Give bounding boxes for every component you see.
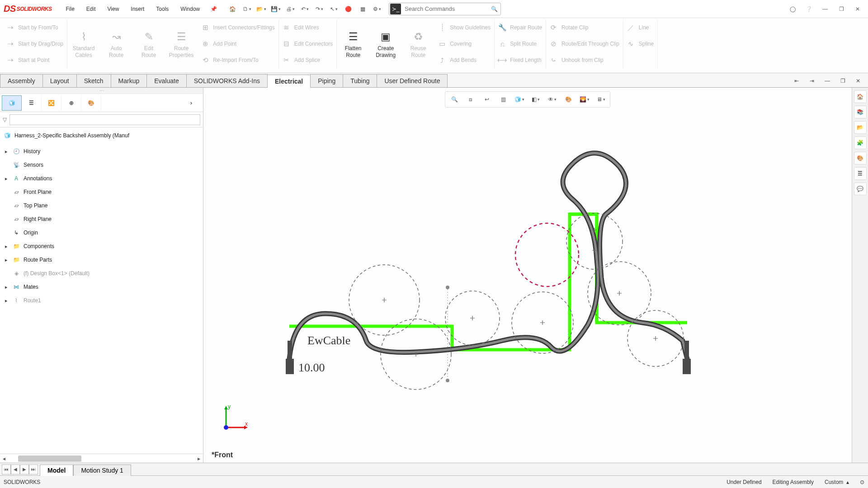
search-icon[interactable]: 🔍: [488, 3, 500, 15]
tree-origin[interactable]: ▸↳Origin: [2, 226, 203, 239]
menu-window[interactable]: Window: [175, 0, 206, 18]
undo-icon[interactable]: ↶: [298, 3, 311, 15]
tree-hscroll[interactable]: ◂ ▸: [0, 454, 203, 463]
tab-assembly[interactable]: Assembly: [0, 74, 43, 87]
menu-tools[interactable]: Tools: [150, 0, 175, 18]
tree-top-plane[interactable]: ▸▱Top Plane: [2, 199, 203, 212]
tab-evaluate[interactable]: Evaluate: [146, 74, 186, 87]
tree-components[interactable]: ▸📁Components: [2, 239, 203, 253]
rebuild-icon[interactable]: 🔴: [342, 3, 354, 15]
panel-tab-featuretree[interactable]: 🧊: [2, 95, 22, 111]
tree-route-parts[interactable]: ▸📁Route Parts: [2, 253, 203, 267]
status-units[interactable]: Custom ▴: [825, 479, 849, 485]
taskpane-customprops-icon[interactable]: ☰: [854, 167, 867, 180]
doc-tab-model[interactable]: Model: [40, 465, 73, 476]
panel-tab-configmgr[interactable]: 🔀: [42, 95, 61, 111]
tree-history[interactable]: ▸🕘History: [2, 145, 203, 158]
scroll-thumb[interactable]: [18, 455, 81, 462]
tree-filter-input[interactable]: [9, 114, 200, 125]
doc-nav-last[interactable]: ⏭: [29, 465, 38, 474]
taskpane-appearance-icon[interactable]: 🎨: [854, 152, 867, 164]
scroll-right-icon[interactable]: ▸: [195, 455, 203, 462]
doc-tab-motion[interactable]: Motion Study 1: [73, 465, 131, 476]
menu-edit[interactable]: Edit: [80, 0, 102, 18]
tab-markup[interactable]: Markup: [111, 74, 147, 87]
doc-nav-prev[interactable]: ◀: [11, 465, 20, 474]
rib-create-drawing[interactable]: ▣CreateDrawing: [369, 20, 402, 69]
panel-tab-propmgr[interactable]: ☰: [22, 95, 42, 111]
minimize-icon[interactable]: —: [818, 2, 832, 16]
rib-show-guidelines: ┊Show Guidelines: [435, 20, 493, 35]
tab-tubing[interactable]: Tubing: [343, 74, 377, 87]
tab-electrical[interactable]: Electrical: [267, 75, 311, 88]
tree-annotations[interactable]: ▸AAnnotations: [2, 172, 203, 185]
panel-tab-appearance[interactable]: 🎨: [81, 95, 101, 111]
tab-addins[interactable]: SOLIDWORKS Add-Ins: [186, 74, 268, 87]
new-doc-icon[interactable]: 🗋: [241, 3, 253, 15]
title-bar: DS SOLIDWORKS File Edit View Insert Tool…: [0, 0, 868, 18]
panel-collapse-right-icon[interactable]: ⇥: [806, 75, 818, 87]
annot-icon: A: [12, 174, 21, 183]
rib-flatten-route[interactable]: ☰FlattenRoute: [337, 20, 369, 69]
tab-layout[interactable]: Layout: [42, 74, 77, 87]
tab-piping[interactable]: Piping: [310, 74, 343, 87]
rib-edit-wires: ≋Edit Wires: [280, 20, 335, 35]
repair-icon: 🔧: [498, 23, 506, 32]
filter-icon[interactable]: ▽: [3, 117, 7, 123]
workarea: ⋯ 🧊 ☰ 🔀 ⊕ 🎨 › ▽ 🧊 Harness_2-Specific Bac…: [0, 88, 868, 463]
vp-restore-icon[interactable]: ❐: [836, 75, 849, 87]
vp-close-icon[interactable]: ✕: [852, 75, 864, 87]
restore-icon[interactable]: ❐: [835, 2, 848, 16]
rib-start-dragdrop: ⇢Start by Drag/Drop: [4, 36, 66, 52]
panel-tab-dimxpert[interactable]: ⊕: [61, 95, 81, 111]
panel-expand-icon[interactable]: ›: [181, 95, 201, 111]
home-icon[interactable]: 🏠: [226, 3, 239, 15]
panel-grip[interactable]: ⋯: [0, 88, 203, 94]
redo-icon[interactable]: ↷: [313, 3, 326, 15]
menu-insert[interactable]: Insert: [125, 0, 150, 18]
graphics-viewport[interactable]: 🔍 ⧈ ↩ ▥ 🧊 ◧ 👁 🎨 🌄 🖥: [203, 88, 852, 463]
print-icon[interactable]: 🖨: [284, 3, 297, 15]
taskpane-forum-icon[interactable]: 💬: [854, 183, 867, 195]
scroll-left-icon[interactable]: ◂: [0, 455, 8, 462]
open-doc-icon[interactable]: 📂: [255, 3, 268, 15]
tree-design-box[interactable]: ▸◈(f) Design Box<1> (Default): [2, 267, 203, 280]
taskpane-home-icon[interactable]: 🏠: [854, 90, 867, 103]
options-sheet-icon[interactable]: ▦: [356, 3, 369, 15]
search-input[interactable]: [402, 5, 488, 12]
cable-value: 10.00: [298, 361, 325, 375]
tree-mates[interactable]: ▸⋈Mates: [2, 280, 203, 294]
doc-nav-first[interactable]: ⏮: [2, 465, 11, 474]
menu-file[interactable]: File: [60, 0, 80, 18]
status-macro-icon[interactable]: ⊙: [860, 479, 864, 485]
rib-spline: ∿Spline: [624, 36, 656, 52]
flatten-icon: ☰: [346, 30, 360, 43]
tab-udr[interactable]: User Defined Route: [377, 74, 448, 87]
tree-route1[interactable]: ▸⌇Route1: [2, 294, 203, 307]
taskpane-library-icon[interactable]: 📚: [854, 106, 867, 118]
panel-collapse-left-icon[interactable]: ⇤: [790, 75, 803, 87]
menu-view[interactable]: View: [102, 0, 125, 18]
user-icon[interactable]: ◯: [786, 2, 799, 16]
tree-front-plane[interactable]: ▸▱Front Plane: [2, 185, 203, 199]
tree-root-label: Harness_2-Specific Backshell Assembly (M…: [14, 132, 129, 139]
tree-root[interactable]: 🧊 Harness_2-Specific Backshell Assembly …: [0, 127, 203, 144]
rib-edit-route: ✎EditRoute: [132, 20, 165, 69]
close-icon[interactable]: ✕: [851, 2, 864, 16]
status-bar: SOLIDWORKS Under Defined Editing Assembl…: [0, 475, 868, 488]
app-logo: DS SOLIDWORKS: [4, 4, 52, 14]
select-icon[interactable]: ↖: [327, 3, 340, 15]
save-icon[interactable]: 💾: [269, 3, 282, 15]
search-commands[interactable]: ≻_ 🔍: [389, 3, 501, 15]
help-icon[interactable]: ❔: [802, 2, 816, 16]
pin-icon[interactable]: 📌: [210, 6, 217, 12]
tree-right-plane[interactable]: ▸▱Right Plane: [2, 212, 203, 226]
taskpane-viewpalette-icon[interactable]: 🧩: [854, 136, 867, 149]
settings-icon[interactable]: ⚙: [371, 3, 383, 15]
tab-sketch[interactable]: Sketch: [76, 74, 111, 87]
view-label: *Front: [212, 451, 233, 459]
doc-nav-next[interactable]: ▶: [20, 465, 29, 474]
vp-minimize-icon[interactable]: —: [821, 75, 834, 87]
taskpane-fileexplorer-icon[interactable]: 📂: [854, 121, 867, 134]
tree-sensors[interactable]: ▸📡Sensors: [2, 158, 203, 172]
